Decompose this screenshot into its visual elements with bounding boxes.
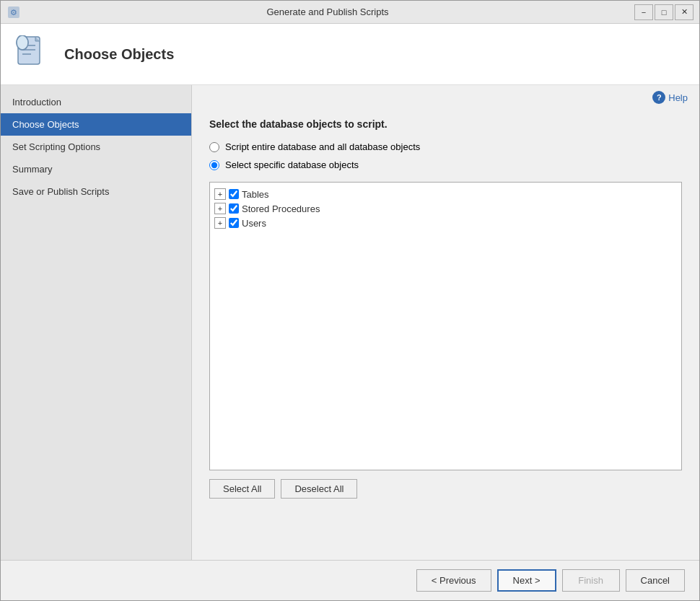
- tree-item-tables[interactable]: + Tables: [214, 187, 677, 201]
- content-area: Introduction Choose Objects Set Scriptin…: [1, 85, 699, 560]
- sidebar: Introduction Choose Objects Set Scriptin…: [1, 85, 192, 560]
- radio-group: Script entire database and all database …: [209, 141, 682, 170]
- header: Choose Objects: [1, 24, 699, 85]
- cancel-button[interactable]: Cancel: [626, 569, 685, 592]
- deselect-all-button[interactable]: Deselect All: [281, 479, 357, 499]
- svg-text:⚙: ⚙: [10, 8, 17, 17]
- select-all-button[interactable]: Select All: [209, 479, 275, 499]
- radio-entire-input[interactable]: [209, 142, 219, 152]
- previous-button[interactable]: < Previous: [416, 569, 491, 592]
- main-content: Select the database objects to script. S…: [192, 104, 699, 560]
- header-icon: [15, 35, 53, 73]
- app-icon: ⚙: [6, 5, 21, 19]
- sidebar-item-summary[interactable]: Summary: [1, 158, 191, 180]
- radio-specific-objects[interactable]: Select specific database objects: [209, 159, 682, 170]
- help-link[interactable]: ? Help: [652, 91, 688, 104]
- tree-label-tables: Tables: [242, 189, 269, 200]
- bottom-bar: < Previous Next > Finish Cancel: [1, 560, 699, 600]
- checkbox-tables[interactable]: [229, 189, 239, 199]
- selection-buttons: Select All Deselect All: [209, 479, 682, 499]
- section-title: Select the database objects to script.: [209, 118, 682, 130]
- window-title: Generate and Publish Scripts: [21, 6, 634, 17]
- close-button[interactable]: ✕: [675, 4, 694, 20]
- checkbox-users[interactable]: [229, 218, 239, 228]
- sidebar-item-save-or-publish-scripts[interactable]: Save or Publish Scripts: [1, 180, 191, 203]
- main-panel: ? Help Select the database objects to sc…: [192, 85, 699, 560]
- objects-tree: + Tables + Stored Procedures + Users: [209, 182, 682, 470]
- radio-specific-input[interactable]: [209, 160, 219, 170]
- title-bar: ⚙ Generate and Publish Scripts − □ ✕: [1, 1, 699, 24]
- expand-tables[interactable]: +: [214, 188, 226, 200]
- help-icon: ?: [652, 91, 665, 104]
- sidebar-item-introduction[interactable]: Introduction: [1, 91, 191, 113]
- tree-item-users[interactable]: + Users: [214, 216, 677, 230]
- window-controls: − □ ✕: [634, 4, 694, 20]
- maximize-button[interactable]: □: [655, 4, 673, 20]
- tree-label-users: Users: [242, 218, 266, 229]
- tree-item-stored-procedures[interactable]: + Stored Procedures: [214, 201, 677, 216]
- sidebar-item-set-scripting-options[interactable]: Set Scripting Options: [1, 136, 191, 158]
- page-title: Choose Objects: [64, 46, 174, 63]
- help-row: ? Help: [192, 85, 699, 104]
- finish-button[interactable]: Finish: [562, 569, 620, 592]
- checkbox-stored-procedures[interactable]: [229, 203, 239, 214]
- radio-entire-database[interactable]: Script entire database and all database …: [209, 141, 682, 152]
- tree-label-stored-procedures: Stored Procedures: [242, 203, 320, 214]
- svg-point-7: [17, 35, 28, 50]
- main-window: ⚙ Generate and Publish Scripts − □ ✕: [0, 0, 700, 601]
- expand-stored-procedures[interactable]: +: [214, 203, 226, 214]
- next-button[interactable]: Next >: [497, 569, 556, 592]
- expand-users[interactable]: +: [214, 217, 226, 229]
- minimize-button[interactable]: −: [634, 4, 653, 20]
- sidebar-item-choose-objects[interactable]: Choose Objects: [1, 113, 191, 136]
